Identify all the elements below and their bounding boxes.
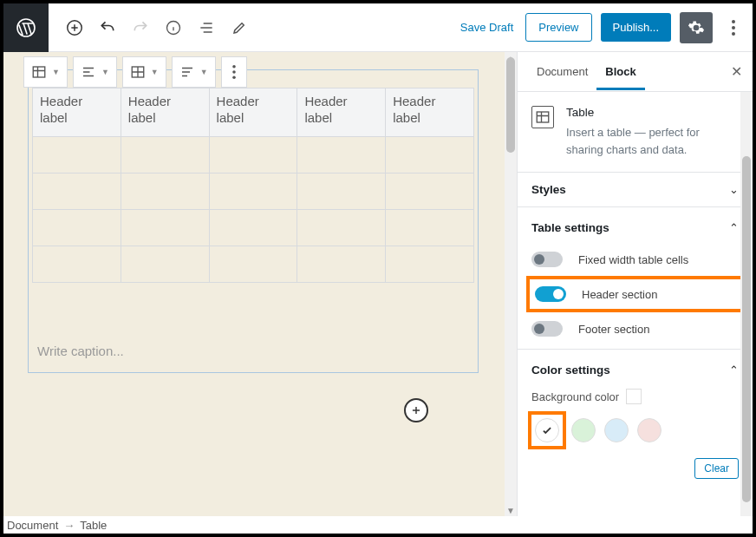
- toggle-label: Fixed width table cells: [578, 253, 688, 266]
- settings-button[interactable]: [680, 12, 713, 43]
- table-cell[interactable]: [209, 174, 297, 210]
- plus-icon: [410, 404, 422, 416]
- table-cell[interactable]: [121, 210, 209, 246]
- table-cell[interactable]: [33, 137, 121, 174]
- tab-document[interactable]: Document: [528, 53, 596, 90]
- breadcrumb-current[interactable]: Table: [80, 519, 107, 532]
- caret-down-icon: ▼: [52, 68, 60, 76]
- more-menu-button[interactable]: [721, 12, 746, 43]
- add-block-button[interactable]: [59, 12, 90, 43]
- table-cell[interactable]: [121, 174, 209, 210]
- info-button[interactable]: [158, 12, 189, 43]
- tab-block[interactable]: Block: [596, 53, 644, 90]
- wordpress-icon: [16, 17, 36, 38]
- redo-button[interactable]: [125, 12, 156, 43]
- undo-icon: [99, 19, 116, 36]
- svg-rect-6: [33, 67, 45, 77]
- color-option-blue[interactable]: [604, 418, 629, 442]
- table-cell[interactable]: [297, 210, 386, 246]
- table-row[interactable]: [33, 246, 474, 283]
- canvas-scrollbar[interactable]: ▲ ▼: [505, 52, 517, 516]
- block-description-panel: Table Insert a table — perfect for shari…: [518, 92, 753, 173]
- table-cell[interactable]: [209, 137, 297, 174]
- color-settings-panel: Color settings ⌃ Background color: [518, 350, 753, 493]
- color-option-pink[interactable]: [637, 418, 662, 442]
- table-cell[interactable]: [386, 246, 474, 283]
- save-draft-button[interactable]: Save Draft: [457, 16, 517, 39]
- table-cell[interactable]: [121, 246, 209, 283]
- table-header-cell[interactable]: Header label: [121, 88, 209, 137]
- toggle-header-section[interactable]: [535, 286, 566, 302]
- table-caption-input[interactable]: Write caption...: [34, 335, 127, 367]
- table-cell[interactable]: [297, 174, 386, 210]
- current-color-swatch: [626, 389, 642, 404]
- table-grid-icon: [130, 64, 146, 80]
- text-align-button[interactable]: ▼: [172, 56, 216, 88]
- editor-topbar: Save Draft Preview Publish...: [3, 3, 753, 52]
- scroll-thumb[interactable]: [506, 57, 515, 153]
- svg-point-5: [732, 32, 735, 36]
- scroll-thumb[interactable]: [742, 156, 751, 502]
- table-cell[interactable]: [121, 137, 209, 174]
- toggle-footer-section[interactable]: [531, 321, 563, 337]
- preview-button[interactable]: Preview: [525, 13, 591, 42]
- outline-button[interactable]: [191, 12, 222, 43]
- svg-rect-11: [537, 112, 549, 122]
- table-cell[interactable]: [386, 210, 474, 246]
- block-more-button[interactable]: [221, 56, 247, 88]
- table-settings-header[interactable]: Table settings ⌃: [531, 221, 739, 234]
- table-cell[interactable]: [386, 137, 474, 174]
- settings-sidebar: Document Block ✕ Table Insert a table — …: [517, 52, 753, 516]
- table-cell[interactable]: [386, 174, 474, 210]
- table-cell[interactable]: [33, 174, 121, 210]
- color-option-white[interactable]: [535, 418, 559, 442]
- arrow-right-icon: →: [63, 519, 75, 532]
- table-cell[interactable]: [209, 210, 297, 246]
- redo-icon: [132, 19, 149, 36]
- table-block-selection[interactable]: ▼ ▼ ▼ ▼: [28, 69, 479, 373]
- breadcrumb-root[interactable]: Document: [7, 519, 58, 532]
- undo-button[interactable]: [92, 12, 123, 43]
- text-align-icon: [179, 64, 195, 80]
- table-cell[interactable]: [209, 246, 297, 283]
- table-header-cell[interactable]: Header label: [33, 88, 121, 137]
- block-type-button[interactable]: ▼: [23, 56, 68, 88]
- scroll-down-icon[interactable]: ▼: [505, 504, 517, 516]
- toggle-fixed-width[interactable]: [531, 252, 563, 267]
- table-header-cell[interactable]: Header label: [386, 88, 474, 137]
- table-row[interactable]: [33, 210, 474, 246]
- align-button[interactable]: ▼: [73, 56, 117, 88]
- editor-canvas[interactable]: ▼ ▼ ▼ ▼: [3, 52, 517, 516]
- table-row[interactable]: [33, 137, 474, 174]
- table-cell[interactable]: [297, 137, 386, 174]
- chevron-up-icon: ⌃: [729, 363, 739, 377]
- table-block[interactable]: Header label Header label Header label H…: [32, 88, 474, 283]
- table-cell[interactable]: [33, 210, 121, 246]
- table-header-row[interactable]: Header label Header label Header label H…: [33, 88, 474, 137]
- table-cell[interactable]: [33, 246, 121, 283]
- svg-point-4: [732, 26, 735, 29]
- clear-color-button[interactable]: Clear: [694, 458, 739, 479]
- caret-down-icon: ▼: [200, 68, 208, 76]
- color-option-green[interactable]: [571, 418, 596, 442]
- table-row[interactable]: [33, 174, 474, 210]
- styles-panel[interactable]: Styles ⌄: [518, 173, 753, 207]
- inserter-button[interactable]: [404, 398, 428, 422]
- table-settings-panel: Table settings ⌃ Fixed width table cells…: [518, 207, 753, 350]
- table-cell[interactable]: [297, 246, 386, 283]
- edit-button[interactable]: [224, 12, 255, 43]
- wordpress-logo[interactable]: [3, 3, 49, 52]
- sidebar-scrollbar[interactable]: [740, 92, 753, 516]
- panel-title: Color settings: [531, 363, 610, 377]
- sidebar-tabs: Document Block ✕: [518, 52, 753, 92]
- pencil-icon: [231, 20, 247, 36]
- publish-button[interactable]: Publish...: [601, 13, 671, 42]
- table-icon: [535, 109, 551, 125]
- close-sidebar-button[interactable]: ✕: [731, 63, 742, 80]
- color-settings-header[interactable]: Color settings ⌃: [531, 363, 739, 377]
- table-header-cell[interactable]: Header label: [209, 88, 297, 137]
- table-header-cell[interactable]: Header label: [297, 88, 386, 137]
- table-edit-button[interactable]: ▼: [122, 56, 166, 88]
- table-icon: [31, 64, 47, 80]
- breadcrumb: Document → Table: [3, 516, 753, 534]
